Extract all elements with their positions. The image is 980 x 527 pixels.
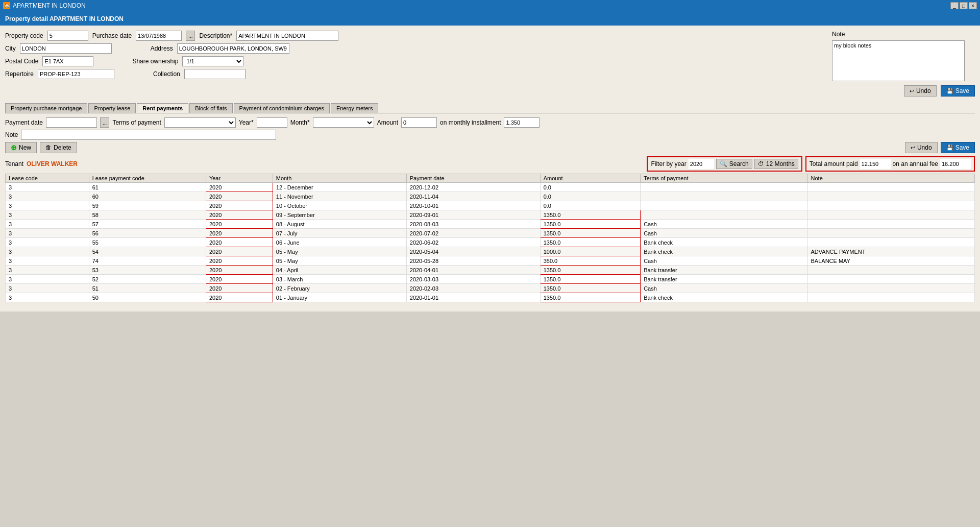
- cell-terms-of-payment: Bank check: [641, 293, 807, 302]
- year-input[interactable]: [257, 117, 287, 128]
- undo-label-top: Undo: [916, 87, 931, 94]
- table-row[interactable]: 353202004 - April2020-04-011350.0Bank tr…: [6, 266, 975, 275]
- cell-amount: 350.0: [540, 256, 640, 266]
- tab-property-lease[interactable]: Property lease: [88, 103, 136, 113]
- table-row[interactable]: 374202005 - May2020-05-28350.0CashBALANC…: [6, 256, 975, 266]
- cell-lease-payment-code: 56: [89, 229, 206, 238]
- cell-terms-of-payment: [641, 210, 807, 220]
- col-header-payment-date: Payment date: [406, 174, 540, 183]
- note-textarea[interactable]: my block notes: [832, 40, 965, 81]
- table-row[interactable]: 357202008 - August2020-08-031350.0Cash: [6, 220, 975, 229]
- table-row[interactable]: 360202011 - November2020-11-040.0: [6, 192, 975, 201]
- purchase-date-picker-button[interactable]: ...: [186, 31, 195, 41]
- share-ownership-select[interactable]: 1/1: [182, 56, 243, 66]
- cell-amount: 1350.0: [540, 293, 640, 302]
- table-row[interactable]: 358202009 - September2020-09-011350.0: [6, 210, 975, 220]
- cell-month: 05 - May: [273, 256, 406, 266]
- close-button[interactable]: ×: [969, 2, 977, 9]
- delete-button[interactable]: 🗑 Delete: [40, 142, 77, 153]
- restore-button[interactable]: □: [960, 2, 968, 9]
- cell-month: 06 - June: [273, 238, 406, 247]
- tab-energy-meters[interactable]: Energy meters: [331, 103, 379, 113]
- tab-payment-of-condominium-charges[interactable]: Payment of condominium charges: [234, 103, 330, 113]
- months-button[interactable]: ⏱ 12 Months: [754, 159, 798, 169]
- cell-terms-of-payment: Bank check: [641, 238, 807, 247]
- amount-input[interactable]: [401, 117, 437, 128]
- tab-rent-payments[interactable]: Rent payments: [137, 103, 188, 113]
- postal-code-input[interactable]: [42, 56, 93, 66]
- table-header-row: Lease code Lease payment code Year Month…: [6, 174, 975, 183]
- save-button-top[interactable]: Save: [941, 85, 975, 97]
- purchase-date-input[interactable]: [136, 31, 182, 41]
- monthly-installment-input[interactable]: [504, 117, 540, 128]
- cell-lease-payment-code: 54: [89, 247, 206, 256]
- description-input[interactable]: [236, 31, 338, 41]
- table-row[interactable]: 356202007 - July2020-07-021350.0Cash: [6, 229, 975, 238]
- property-code-input[interactable]: [47, 31, 88, 41]
- cell-year: 2020: [206, 275, 273, 284]
- cell-lease-code: 3: [6, 201, 89, 210]
- filter-amount-section: Filter by year 🔍 Search ⏱ 12 Months Tota…: [647, 156, 975, 172]
- cell-month: 12 - December: [273, 183, 406, 192]
- undo-button-top[interactable]: Undo: [904, 85, 937, 97]
- tenant-filter-row: Tenant OLIVER WALKER Filter by year 🔍 Se…: [5, 156, 975, 172]
- cell-payment-date: 2020-08-03: [406, 220, 540, 229]
- total-amount-paid-input[interactable]: [860, 159, 891, 169]
- cell-lease-code: 3: [6, 238, 89, 247]
- table-row[interactable]: 350202001 - January2020-01-011350.0Bank …: [6, 293, 975, 302]
- terms-of-payment-label: Terms of payment: [112, 119, 161, 126]
- address-input[interactable]: [177, 43, 289, 54]
- terms-of-payment-select[interactable]: [164, 117, 236, 128]
- note-row: Note: [832, 31, 975, 38]
- property-code-label: Property code: [5, 32, 43, 39]
- cell-terms-of-payment: Bank transfer: [641, 275, 807, 284]
- save-label-top: Save: [955, 87, 969, 94]
- cell-lease-payment-code: 50: [89, 293, 206, 302]
- filter-by-year-box: Filter by year 🔍 Search ⏱ 12 Months: [647, 156, 802, 172]
- cell-lease-code: 3: [6, 275, 89, 284]
- amount-label: Amount: [377, 119, 398, 126]
- payment-date-picker[interactable]: ...: [100, 117, 109, 128]
- col-header-note: Note: [807, 174, 974, 183]
- cell-year: 2020: [206, 256, 273, 266]
- cell-note: [807, 266, 974, 275]
- page-title: Property detail APARTMENT IN LONDON: [5, 15, 124, 22]
- cell-lease-payment-code: 51: [89, 284, 206, 293]
- city-input[interactable]: [20, 43, 112, 54]
- cell-amount: 1350.0: [540, 238, 640, 247]
- cell-year: 2020: [206, 210, 273, 220]
- cell-note: [807, 275, 974, 284]
- cell-month: 08 - August: [273, 220, 406, 229]
- cell-payment-date: 2020-06-02: [406, 238, 540, 247]
- rent-payments-section: Payment date ... Terms of payment Year* …: [5, 113, 975, 306]
- tab-property-purchase-mortgage[interactable]: Property purchase mortgage: [5, 103, 87, 113]
- table-row[interactable]: 352202003 - March2020-03-031350.0Bank tr…: [6, 275, 975, 284]
- table-row[interactable]: 355202006 - June2020-06-021350.0Bank che…: [6, 238, 975, 247]
- rent-note-label: Note: [5, 131, 18, 138]
- save-button-rent[interactable]: Save: [941, 142, 975, 153]
- main-content: Property code Purchase date ... Descript…: [0, 26, 980, 312]
- collection-input[interactable]: [184, 69, 246, 79]
- minimize-button[interactable]: _: [950, 2, 959, 9]
- payment-date-input[interactable]: [46, 117, 97, 128]
- cell-year: 2020: [206, 220, 273, 229]
- table-row[interactable]: 361202012 - December2020-12-020.0: [6, 183, 975, 192]
- tab-block-of-flats[interactable]: Block of flats: [189, 103, 232, 113]
- rent-note-input[interactable]: [21, 130, 276, 140]
- cell-lease-code: 3: [6, 210, 89, 220]
- repertoire-input[interactable]: [38, 69, 114, 79]
- search-button[interactable]: 🔍 Search: [716, 159, 752, 169]
- undo-button-rent[interactable]: Undo: [905, 142, 938, 153]
- annual-fee-input[interactable]: [940, 159, 971, 169]
- filter-by-year-input[interactable]: [689, 159, 714, 169]
- month-select[interactable]: [313, 117, 374, 128]
- cell-month: 02 - February: [273, 284, 406, 293]
- cell-payment-date: 2020-02-03: [406, 284, 540, 293]
- new-button[interactable]: ⊕ New: [5, 142, 37, 153]
- cell-terms-of-payment: Cash: [641, 229, 807, 238]
- table-row[interactable]: 351202002 - February2020-02-031350.0Cash: [6, 284, 975, 293]
- cell-terms-of-payment: [641, 192, 807, 201]
- table-row[interactable]: 354202005 - May2020-05-041000.0Bank chec…: [6, 247, 975, 256]
- description-label: Description*: [199, 32, 232, 39]
- table-row[interactable]: 359202010 - October2020-10-010.0: [6, 201, 975, 210]
